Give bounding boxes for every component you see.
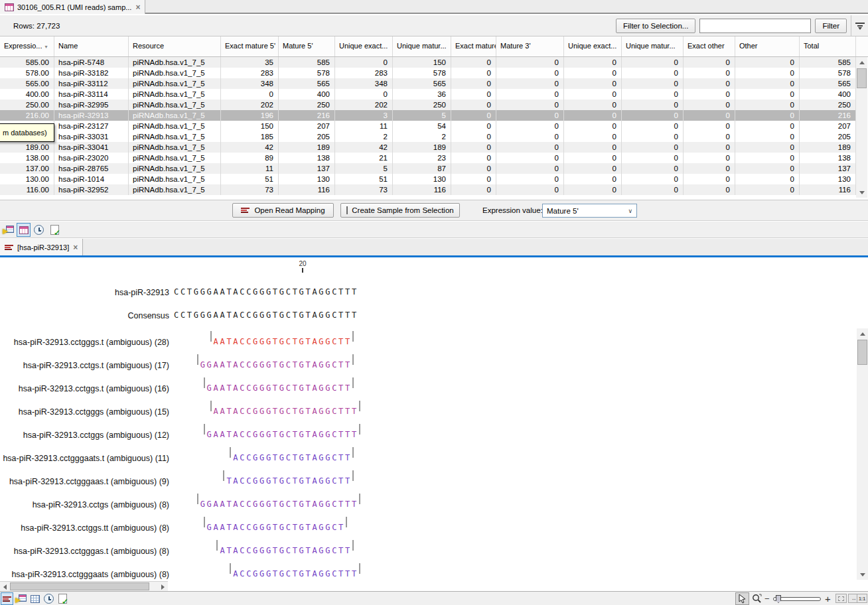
table-cell: 0 — [622, 174, 684, 184]
table-row[interactable]: 250.00hsa-piR-32995piRNAdb.hsa.v1_7_5202… — [0, 100, 856, 110]
zoom-in-button[interactable]: + — [825, 593, 831, 604]
column-header[interactable]: Unique matur... — [622, 36, 684, 56]
rows-count-label: Rows: 27,723 — [13, 22, 60, 30]
create-sample-button[interactable]: Create Sample from Selection — [340, 203, 460, 218]
column-header[interactable]: Exact mature 3' — [451, 36, 496, 56]
table-view-icon[interactable] — [29, 592, 41, 605]
read-row[interactable]: hsa-piR-32913.cctggs.t (ambiguous) (16)G… — [0, 383, 856, 394]
column-header[interactable]: Unique exact... — [335, 36, 393, 56]
table-view-icon[interactable] — [17, 223, 31, 237]
sample-table-icon — [346, 206, 348, 214]
advanced-filter-toggle[interactable] — [851, 15, 868, 36]
table-row[interactable]: 216.00hsa-piR-32913piRNAdb.hsa.v1_7_5196… — [0, 110, 856, 121]
read-row[interactable]: hsa-piR-32913.cctgggaas.t (ambiguous) (9… — [0, 476, 856, 487]
reads-vertical-scrollbar[interactable] — [857, 328, 868, 580]
column-header[interactable]: Unique exact... — [564, 36, 622, 56]
read-row[interactable]: hsa-piR-32913.cctggs (ambiguous) (12)GAA… — [0, 430, 856, 440]
table-row[interactable]: 116.00hsa-piR-32952piRNAdb.hsa.v1_7_5731… — [0, 184, 856, 195]
scrollbar-thumb[interactable] — [857, 68, 867, 88]
filter-to-selection-button[interactable]: Filter to Selection... — [616, 19, 695, 33]
read-row[interactable]: hsa-piR-32913.cctggs.tt (ambiguous) (8)G… — [0, 523, 856, 533]
element-info-icon[interactable]: ✓ — [56, 592, 69, 605]
history-icon[interactable] — [42, 592, 55, 605]
table-cell: 0 — [496, 57, 564, 68]
read-end-marker — [359, 424, 360, 435]
open-read-mapping-button[interactable]: Open Read Mapping — [232, 203, 334, 218]
filter-button[interactable]: Filter — [815, 19, 847, 33]
scrollbar-thumb[interactable] — [10, 582, 149, 590]
read-row[interactable]: hsa-piR-32913.cctgggas.t (ambiguous) (8)… — [0, 546, 856, 557]
expression-value-dropdown[interactable]: Mature 5' ∨ — [542, 204, 637, 218]
scrollbar-thumb[interactable] — [857, 340, 867, 365]
table-cell: 207 — [279, 121, 335, 131]
reference-row[interactable]: hsa-piR-32913 CCTGGGAATACCGGGTGCTGTAGGCT… — [0, 287, 856, 298]
zoom-tool-button[interactable] — [751, 592, 763, 605]
read-row[interactable]: hsa-piR-32913.cctgggaats.t (ambiguous) (… — [0, 453, 856, 464]
table-cell: 585 — [800, 57, 856, 68]
table-row[interactable]: 130.00hsa-piR-1014piRNAdb.hsa.v1_7_55113… — [0, 174, 856, 184]
close-icon[interactable]: × — [73, 243, 78, 251]
scroll-left-icon[interactable] — [0, 582, 10, 591]
read-row[interactable]: hsa-piR-32913.cctgggs.t (ambiguous) (28)… — [0, 337, 856, 348]
table-row[interactable]: 565.00hsa-piR-33112piRNAdb.hsa.v1_7_5348… — [0, 78, 856, 89]
zoom-slider-thumb[interactable] — [776, 595, 781, 603]
zoom-slider[interactable] — [773, 597, 821, 601]
tab-sample-table[interactable]: 30106_005.R1 (UMI reads) samp... × — [0, 0, 145, 14]
funnel-icon — [855, 22, 865, 30]
column-header[interactable]: Expressio...▾ — [0, 36, 54, 56]
table-row[interactable]: 585.00hsa-piR-5748piRNAdb.hsa.v1_7_53558… — [0, 57, 856, 68]
column-header[interactable]: Name — [54, 36, 129, 56]
scroll-down-icon[interactable] — [857, 569, 868, 580]
column-header[interactable]: Mature 5' — [279, 36, 335, 56]
table-cell: 0 — [451, 57, 496, 68]
consensus-row[interactable]: Consensus CCTGGGAATACCGGGTGCTGTAGGCTTT — [0, 310, 856, 321]
column-header[interactable]: Other — [735, 36, 800, 56]
table-cell: hsa-piR-33031 — [54, 131, 129, 142]
table-cell: 0 — [451, 68, 496, 78]
table-vertical-scrollbar[interactable] — [856, 57, 867, 198]
element-info-icon[interactable]: ✓ — [48, 223, 62, 237]
table-row[interactable]: 138.00hsa-piR-23020piRNAdb.hsa.v1_7_5891… — [0, 153, 856, 163]
read-sequence: GAATACCGGGTGCTGTAGGCTT — [207, 383, 352, 393]
read-row[interactable]: hsa-piR-32913.cctgs (ambiguous) (8)GGAAT… — [0, 500, 856, 510]
one-to-one-button[interactable]: 1:1 — [857, 594, 867, 603]
zoom-out-button[interactable]: − — [764, 594, 770, 604]
table-row[interactable]: 205.00hsa-piR-33031piRNAdb.hsa.v1_7_5185… — [0, 131, 856, 142]
table-row[interactable]: 400.00hsa-piR-33114piRNAdb.hsa.v1_7_5040… — [0, 89, 856, 100]
pointer-tool-button[interactable] — [735, 592, 749, 605]
filter-input[interactable] — [699, 19, 811, 33]
column-header[interactable]: Unique matur... — [393, 36, 451, 56]
read-sequence: ACCGGGTGCTGTAGGCTTT — [233, 569, 358, 578]
scroll-down-icon[interactable] — [856, 187, 867, 198]
tab-read-mapping[interactable]: [hsa-piR-32913] × — [0, 239, 83, 255]
table-row[interactable]: 137.00hsa-piR-28765piRNAdb.hsa.v1_7_5111… — [0, 163, 856, 174]
export-table-icon[interactable] — [15, 592, 27, 605]
table-cell: 0 — [496, 121, 564, 131]
history-icon[interactable] — [32, 223, 46, 237]
fit-screen-button[interactable] — [835, 594, 847, 603]
labels-horizontal-scrollbar[interactable] — [0, 581, 168, 591]
table-cell: hsa-piR-32995 — [54, 100, 129, 110]
table-cell: 202 — [335, 100, 393, 110]
table-row[interactable]: 189.00hsa-piR-33041piRNAdb.hsa.v1_7_5421… — [0, 142, 856, 153]
mapping-tab-bar: [hsa-piR-32913] × — [0, 239, 868, 255]
column-header[interactable]: Exact other — [684, 36, 735, 56]
read-row[interactable]: hsa-piR-32913.cctgggaats (ambiguous) (8)… — [0, 569, 856, 580]
read-mapping-view-icon[interactable] — [1, 592, 13, 605]
table-row[interactable]: 207.00hsa-piR-23127piRNAdb.hsa.v1_7_5150… — [0, 121, 856, 131]
scroll-right-icon[interactable] — [158, 582, 168, 591]
read-row[interactable]: hsa-piR-32913.cctgggs (ambiguous) (15)AA… — [0, 407, 856, 417]
table-cell: 0 — [622, 110, 684, 121]
scroll-up-icon[interactable] — [857, 328, 868, 339]
column-header[interactable]: Exact mature 5' — [221, 36, 279, 56]
column-header[interactable]: Mature 3' — [496, 36, 564, 56]
table-cell: 0 — [451, 153, 496, 163]
export-table-icon[interactable] — [1, 223, 15, 237]
close-icon[interactable]: × — [135, 3, 140, 11]
scroll-up-icon[interactable] — [856, 57, 867, 68]
table-cell: hsa-piR-28765 — [54, 163, 129, 174]
column-header[interactable]: Resource — [129, 36, 221, 56]
read-row[interactable]: hsa-piR-32913.cctgs.t (ambiguous) (17)GG… — [0, 360, 856, 371]
table-row[interactable]: 578.00hsa-piR-33182piRNAdb.hsa.v1_7_5283… — [0, 68, 856, 78]
column-header[interactable]: Total — [800, 36, 856, 56]
